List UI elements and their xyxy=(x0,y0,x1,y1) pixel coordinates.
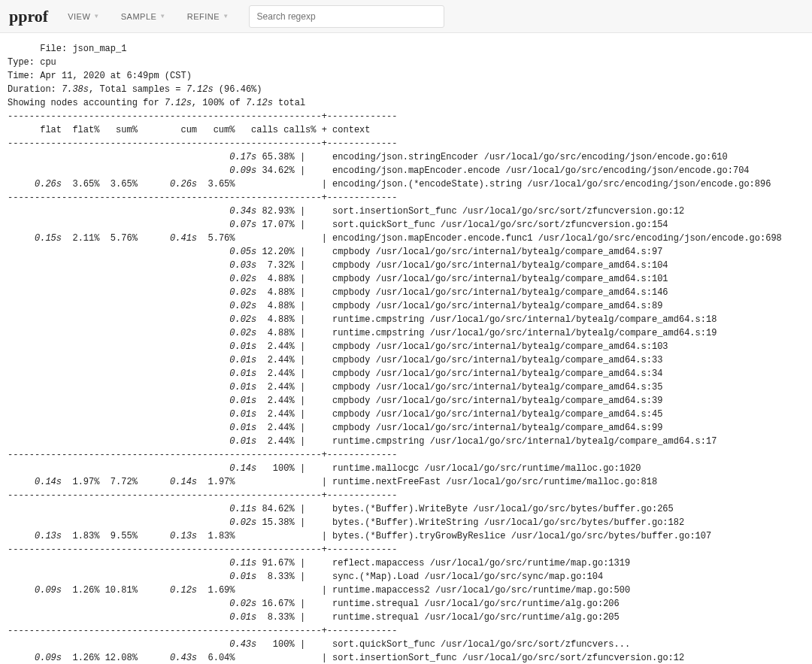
report-line: 0.01s 2.44% | cmpbody /usr/local/go/src/… xyxy=(8,367,804,381)
report-line: 0.09s 34.62% | encoding/json.mapEncoder.… xyxy=(8,164,804,177)
report-line: 0.09s 1.26% 10.81% 0.12s 1.69% | runtime… xyxy=(8,584,804,597)
report-line: 0.15s 2.11% 5.76% 0.41s 5.76% | encoding… xyxy=(8,232,804,245)
report-line: 0.02s 4.88% | runtime.cmpstring /usr/loc… xyxy=(8,326,804,340)
report-line: Showing nodes accounting for 7.12s, 100%… xyxy=(8,96,804,110)
report-line: File: json_map_1 xyxy=(8,42,804,56)
report-line: 0.01s 2.44% | runtime.cmpstring /usr/loc… xyxy=(8,435,804,448)
report-line: flat flat% sum% cum cum% calls calls% + … xyxy=(8,123,804,137)
report-line: 0.11s 91.67% | reflect.mapaccess /usr/lo… xyxy=(8,556,804,570)
report-line: 0.43s 100% | sort.quickSort_func /usr/lo… xyxy=(8,638,804,651)
caret-icon: ▼ xyxy=(93,13,99,20)
report-line: Time: Apr 11, 2020 at 6:49pm (CST) xyxy=(8,69,804,83)
report-line: 0.01s 2.44% | cmpbody /usr/local/go/src/… xyxy=(8,381,804,394)
report-line: 0.01s 2.44% | cmpbody /usr/local/go/src/… xyxy=(8,408,804,421)
report-line: 0.01s 2.44% | cmpbody /usr/local/go/src/… xyxy=(8,394,804,408)
report-line: 0.02s 4.88% | cmpbody /usr/local/go/src/… xyxy=(8,299,804,313)
report-line: 0.13s 1.83% 9.55% 0.13s 1.83% | bytes.(*… xyxy=(8,529,804,543)
report-line: 0.14s 1.97% 7.72% 0.14s 1.97% | runtime.… xyxy=(8,475,804,489)
search-input[interactable] xyxy=(249,5,444,28)
report-line: 0.07s 17.07% | sort.quickSort_func /usr/… xyxy=(8,218,804,232)
report-line: 0.14s 100% | runtime.mallocgc /usr/local… xyxy=(8,462,804,475)
caret-icon: ▼ xyxy=(223,13,229,20)
report-line: 0.01s 2.44% | cmpbody /usr/local/go/src/… xyxy=(8,340,804,353)
report-line: 0.02s 4.88% | cmpbody /usr/local/go/src/… xyxy=(8,286,804,299)
report-line: ----------------------------------------… xyxy=(8,137,804,150)
report-line: 0.03s 7.32% | cmpbody /usr/local/go/src/… xyxy=(8,259,804,272)
profile-report: File: json_map_1Type: cpuTime: Apr 11, 2… xyxy=(0,33,812,664)
top-toolbar: pprof VIEW▼ SAMPLE▼ REFINE▼ xyxy=(0,0,812,33)
report-line: 0.09s 1.26% 12.08% 0.43s 6.04% | sort.in… xyxy=(8,651,804,664)
report-line: ----------------------------------------… xyxy=(8,110,804,123)
report-line: Type: cpu xyxy=(8,56,804,69)
report-line: ----------------------------------------… xyxy=(8,191,804,205)
report-line: 0.02s 16.67% | runtime.strequal /usr/loc… xyxy=(8,597,804,611)
report-line: 0.02s 4.88% | runtime.cmpstring /usr/loc… xyxy=(8,313,804,326)
report-line: ----------------------------------------… xyxy=(8,543,804,556)
report-line: 0.05s 12.20% | cmpbody /usr/local/go/src… xyxy=(8,245,804,259)
report-line: ----------------------------------------… xyxy=(8,624,804,638)
caret-icon: ▼ xyxy=(159,13,165,20)
report-line: ----------------------------------------… xyxy=(8,448,804,462)
logo: pprof xyxy=(9,7,48,26)
report-line: 0.01s 2.44% | cmpbody /usr/local/go/src/… xyxy=(8,353,804,367)
report-line: 0.02s 4.88% | cmpbody /usr/local/go/src/… xyxy=(8,272,804,286)
report-line: 0.01s 8.33% | runtime.strequal /usr/loca… xyxy=(8,611,804,624)
report-line: 0.26s 3.65% 3.65% 0.26s 3.65% | encoding… xyxy=(8,177,804,191)
report-line: ----------------------------------------… xyxy=(8,489,804,502)
report-line: Duration: 7.38s, Total samples = 7.12s (… xyxy=(8,83,804,96)
report-line: 0.02s 15.38% | bytes.(*Buffer).WriteStri… xyxy=(8,516,804,529)
report-line: 0.11s 84.62% | bytes.(*Buffer).WriteByte… xyxy=(8,502,804,516)
report-line: 0.34s 82.93% | sort.insertionSort_func /… xyxy=(8,205,804,218)
report-line: 0.01s 2.44% | cmpbody /usr/local/go/src/… xyxy=(8,421,804,435)
report-line: 0.17s 65.38% | encoding/json.stringEncod… xyxy=(8,150,804,164)
menu-sample[interactable]: SAMPLE▼ xyxy=(114,8,174,26)
menu-refine[interactable]: REFINE▼ xyxy=(180,8,237,26)
menu-view[interactable]: VIEW▼ xyxy=(60,8,108,26)
report-line: 0.01s 8.33% | sync.(*Map).Load /usr/loca… xyxy=(8,570,804,584)
